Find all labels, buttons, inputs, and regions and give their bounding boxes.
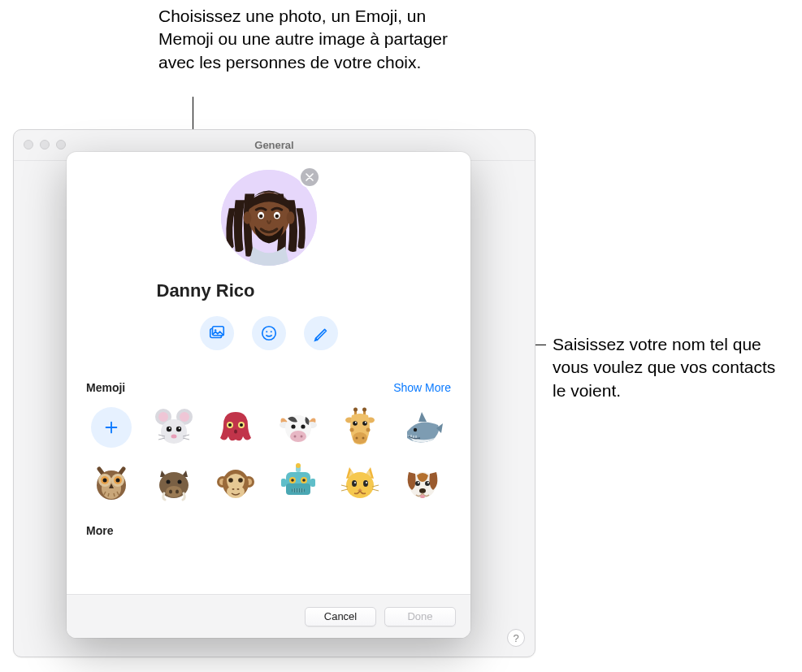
robot-icon xyxy=(278,462,319,503)
minimize-window-icon[interactable] xyxy=(40,140,50,150)
svg-point-88 xyxy=(346,472,374,498)
boar-icon xyxy=(154,462,194,503)
svg-point-26 xyxy=(228,423,232,427)
svg-point-85 xyxy=(291,479,294,482)
svg-point-97 xyxy=(427,482,429,483)
svg-point-66 xyxy=(176,490,179,494)
svg-point-16 xyxy=(158,412,168,422)
svg-point-50 xyxy=(350,428,354,432)
memoji-cow[interactable] xyxy=(273,404,323,451)
svg-point-32 xyxy=(291,424,295,428)
memoji-monkey[interactable] xyxy=(210,459,261,506)
svg-point-3 xyxy=(286,211,294,224)
traffic-lights[interactable] xyxy=(24,140,66,150)
svg-point-43 xyxy=(353,421,358,426)
svg-point-49 xyxy=(362,437,365,440)
svg-point-27 xyxy=(240,423,243,427)
svg-point-92 xyxy=(366,482,367,483)
svg-point-80 xyxy=(296,463,301,468)
svg-point-2 xyxy=(243,211,251,224)
memoji-boar[interactable] xyxy=(149,459,199,506)
svg-point-7 xyxy=(275,215,279,219)
svg-point-17 xyxy=(180,412,189,422)
plus-icon xyxy=(102,418,120,436)
svg-point-46 xyxy=(365,422,366,423)
memoji-shark[interactable] xyxy=(397,404,448,451)
cancel-button[interactable]: Cancel xyxy=(305,607,376,626)
svg-point-74 xyxy=(238,478,243,483)
svg-point-99 xyxy=(420,495,425,498)
svg-point-33 xyxy=(301,424,305,428)
profile-avatar[interactable] xyxy=(221,170,317,266)
memoji-cat[interactable] xyxy=(335,459,385,506)
svg-point-34 xyxy=(290,431,306,442)
memoji-mouse[interactable] xyxy=(149,404,199,451)
close-icon xyxy=(306,173,314,181)
emoji-button[interactable] xyxy=(252,316,286,350)
svg-point-65 xyxy=(169,490,172,494)
svg-point-94 xyxy=(415,481,420,486)
monkey-icon xyxy=(215,462,256,503)
svg-point-60 xyxy=(116,479,120,483)
svg-point-52 xyxy=(413,428,416,431)
window-title: General xyxy=(254,139,293,151)
memoji-octopus[interactable] xyxy=(210,404,261,451)
clear-avatar-button[interactable] xyxy=(301,168,319,186)
svg-point-40 xyxy=(362,408,366,412)
svg-point-13 xyxy=(270,331,271,332)
svg-point-48 xyxy=(356,437,358,440)
svg-point-35 xyxy=(293,436,296,438)
cat-icon xyxy=(340,462,380,503)
memoji-avatar-image xyxy=(221,170,317,266)
svg-point-62 xyxy=(166,480,170,484)
photos-icon xyxy=(208,324,226,342)
svg-point-95 xyxy=(425,481,430,486)
name-field[interactable]: Danny Rico xyxy=(155,277,383,305)
svg-point-64 xyxy=(166,486,182,497)
svg-point-59 xyxy=(103,479,107,483)
svg-point-45 xyxy=(355,422,357,423)
help-button[interactable]: ? xyxy=(507,629,525,647)
memoji-owl[interactable] xyxy=(86,459,137,506)
svg-rect-81 xyxy=(281,479,286,487)
done-button[interactable]: Done xyxy=(384,607,456,626)
add-memoji-button[interactable] xyxy=(86,404,137,451)
more-section-title: More xyxy=(67,524,470,537)
svg-point-6 xyxy=(258,215,262,219)
edit-button[interactable] xyxy=(304,316,338,350)
dog-icon xyxy=(402,462,443,503)
svg-point-19 xyxy=(166,427,171,431)
close-window-icon[interactable] xyxy=(24,140,33,150)
svg-point-47 xyxy=(353,432,367,444)
photos-button[interactable] xyxy=(200,316,234,350)
svg-point-36 xyxy=(300,436,302,438)
zoom-window-icon[interactable] xyxy=(56,140,66,150)
svg-point-72 xyxy=(227,485,245,498)
memoji-title: Memoji xyxy=(86,381,125,394)
callout-top: Choisissez une photo, un Emoji, un Memoj… xyxy=(158,5,451,74)
svg-point-63 xyxy=(177,480,181,484)
svg-point-89 xyxy=(352,480,357,487)
share-name-photo-sheet: Danny Rico xyxy=(67,152,470,638)
show-more-link[interactable]: Show More xyxy=(393,381,451,394)
svg-point-73 xyxy=(228,478,233,483)
svg-point-23 xyxy=(171,435,176,439)
sheet-footer: Cancel Done xyxy=(67,594,470,638)
memoji-dog[interactable] xyxy=(397,459,448,506)
svg-point-22 xyxy=(178,427,180,429)
svg-point-39 xyxy=(353,408,358,412)
callout-right: Saisissez votre nom tel que vous voulez … xyxy=(553,333,788,402)
memoji-giraffe[interactable] xyxy=(335,404,385,451)
svg-point-76 xyxy=(237,488,240,490)
svg-point-86 xyxy=(302,479,306,482)
emoji-icon xyxy=(260,324,278,342)
svg-point-96 xyxy=(418,482,419,483)
svg-point-20 xyxy=(176,427,180,431)
memoji-robot[interactable] xyxy=(273,459,323,506)
svg-point-98 xyxy=(419,488,426,493)
owl-icon xyxy=(91,462,132,503)
svg-point-21 xyxy=(168,427,170,429)
svg-point-75 xyxy=(232,488,235,490)
svg-point-90 xyxy=(363,480,368,487)
svg-point-51 xyxy=(366,428,371,432)
